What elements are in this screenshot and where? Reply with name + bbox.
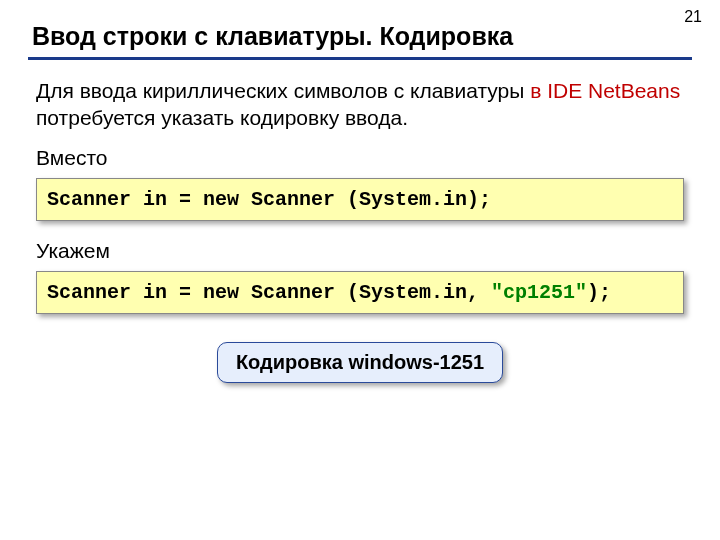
- code-before: Scanner in = new Scanner (System.in);: [36, 178, 684, 221]
- intro-text-end: потребуется указать кодировку ввода.: [36, 106, 408, 129]
- label-instead: Вместо: [36, 146, 684, 170]
- code-after-a: Scanner in = new Scanner (System.in,: [47, 281, 491, 304]
- label-use: Укажем: [36, 239, 684, 263]
- code-after-b: );: [587, 281, 611, 304]
- intro-paragraph: Для ввода кириллических символов с клави…: [36, 78, 684, 132]
- code-after: Scanner in = new Scanner (System.in, "cp…: [36, 271, 684, 314]
- page-number: 21: [684, 8, 702, 26]
- intro-highlight: в IDE NetBeans: [530, 79, 680, 102]
- slide-title: Ввод строки с клавиатуры. Кодировка: [28, 18, 692, 57]
- code-after-encoding: "cp1251": [491, 281, 587, 304]
- title-underline: [28, 57, 692, 60]
- callout-encoding: Кодировка windows-1251: [217, 342, 503, 383]
- slide-content: Для ввода кириллических символов с клави…: [28, 78, 692, 383]
- intro-text-start: Для ввода кириллических символов с клави…: [36, 79, 530, 102]
